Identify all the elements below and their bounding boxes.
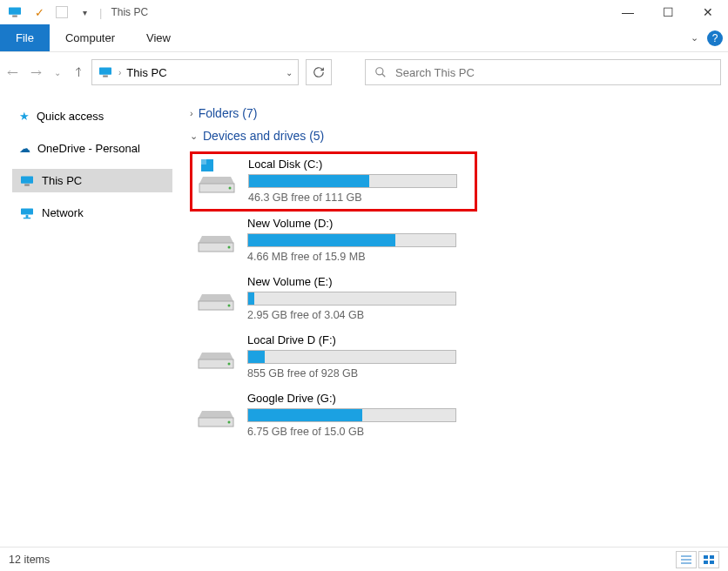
svg-marker-16: [199, 236, 233, 243]
sidebar-item-label: OneDrive - Personal: [37, 142, 140, 155]
drive-capacity-bar: [247, 292, 456, 306]
ribbon-collapse-icon[interactable]: ⌄: [691, 32, 698, 44]
svg-point-27: [228, 421, 231, 424]
back-button[interactable]: 🡐: [7, 66, 18, 79]
status-item-count: 12 items: [9, 554, 50, 566]
drive-name: New Volume (D:): [247, 217, 477, 230]
group-label: Devices and drives (5): [203, 129, 324, 143]
svg-rect-6: [21, 176, 33, 183]
chevron-right-icon: ›: [190, 108, 193, 118]
drive-capacity-bar: [247, 350, 456, 364]
svg-rect-3: [103, 76, 108, 77]
chevron-down-icon: ⌄: [190, 131, 198, 142]
close-button[interactable]: ✕: [688, 0, 728, 24]
svg-point-21: [228, 305, 231, 307]
drive-name: Google Drive (G:): [247, 392, 477, 405]
minimize-button[interactable]: —: [608, 0, 648, 24]
drive-item[interactable]: Local Disk (C:) 46.3 GB free of 111 GB: [190, 151, 477, 212]
drive-item[interactable]: Google Drive (G:) 6.75 GB free of 15.0 G…: [190, 386, 477, 445]
view-details-button[interactable]: [676, 551, 697, 568]
svg-marker-22: [199, 353, 233, 359]
drive-status: 4.66 MB free of 15.9 MB: [247, 251, 477, 263]
sidebar-item-label: This PC: [42, 174, 82, 187]
svg-rect-2: [99, 67, 111, 74]
sidebar-item-label: Quick access: [37, 110, 104, 123]
drive-status: 46.3 GB free of 111 GB: [248, 191, 475, 204]
titlebar: ✓ ▾ | This PC — ☐ ✕: [0, 0, 728, 24]
drive-capacity-bar: [247, 233, 456, 247]
pc-icon: [7, 4, 23, 20]
tab-view[interactable]: View: [131, 24, 186, 51]
qa-dropdown-icon[interactable]: ▾: [77, 4, 92, 20]
address-dropdown-icon[interactable]: ⌄: [286, 68, 293, 77]
group-label: Folders (7): [199, 106, 258, 120]
drive-icon: [195, 275, 237, 313]
refresh-button[interactable]: [306, 59, 332, 85]
search-icon: [374, 66, 387, 78]
qa-blank-icon[interactable]: [56, 6, 68, 18]
sidebar-item-label: Network: [42, 206, 84, 219]
drive-icon: [195, 392, 237, 430]
ribbon-tabs: File Computer View ⌄ ?: [0, 24, 728, 52]
svg-rect-31: [704, 555, 708, 559]
window-title: This PC: [111, 6, 148, 18]
sidebar: ★ Quick access ☁ OneDrive - Personal Thi…: [0, 92, 172, 562]
svg-point-18: [228, 246, 231, 249]
maximize-button[interactable]: ☐: [648, 0, 688, 24]
statusbar: 12 items: [0, 547, 728, 571]
tab-file[interactable]: File: [0, 24, 50, 51]
view-thumbnails-button[interactable]: [698, 551, 719, 568]
drive-icon: [195, 217, 237, 255]
pc-icon: [19, 175, 35, 187]
svg-rect-0: [9, 7, 21, 14]
search-box[interactable]: [365, 59, 721, 85]
address-bar[interactable]: › This PC ⌄: [91, 59, 299, 85]
help-icon[interactable]: ?: [707, 30, 723, 46]
drive-status: 2.95 GB free of 3.04 GB: [247, 309, 477, 321]
recent-dropdown-icon[interactable]: ⌄: [54, 68, 61, 77]
forward-button[interactable]: 🡒: [30, 66, 42, 79]
content-pane: › Folders (7) ⌄ Devices and drives (5) L…: [172, 92, 728, 562]
sidebar-item-this-pc[interactable]: This PC: [12, 169, 172, 192]
svg-rect-8: [21, 208, 33, 214]
cloud-icon: ☁: [19, 142, 30, 155]
svg-point-24: [228, 363, 231, 366]
group-drives[interactable]: ⌄ Devices and drives (5): [190, 129, 728, 143]
sidebar-item-quick-access[interactable]: ★ Quick access: [12, 104, 172, 128]
drive-name: Local Drive D (F:): [247, 333, 477, 346]
chevron-right-icon: ›: [118, 68, 121, 77]
svg-rect-12: [201, 159, 206, 165]
svg-rect-32: [710, 555, 714, 559]
drive-item[interactable]: New Volume (D:) 4.66 MB free of 15.9 MB: [190, 212, 477, 270]
drive-status: 6.75 GB free of 15.0 GB: [247, 426, 477, 438]
drive-icon: [196, 158, 238, 196]
sidebar-item-network[interactable]: Network: [12, 201, 172, 225]
svg-rect-33: [704, 561, 708, 564]
drive-capacity-bar: [248, 174, 457, 188]
network-icon: [19, 207, 35, 219]
svg-line-5: [382, 74, 386, 77]
sidebar-item-onedrive[interactable]: ☁ OneDrive - Personal: [12, 137, 172, 160]
svg-rect-7: [24, 184, 30, 185]
up-button[interactable]: 🡑: [73, 66, 84, 79]
drive-icon: [195, 333, 237, 372]
svg-rect-1: [12, 16, 17, 17]
pc-icon: [98, 66, 113, 78]
svg-point-15: [229, 187, 232, 190]
drive-name: Local Disk (C:): [248, 158, 475, 171]
navbar: 🡐 🡒 ⌄ 🡑 › This PC ⌄: [0, 52, 728, 92]
svg-rect-10: [24, 217, 30, 218]
group-folders[interactable]: › Folders (7): [190, 106, 728, 120]
drive-item[interactable]: New Volume (E:) 2.95 GB free of 3.04 GB: [190, 270, 477, 328]
drive-capacity-bar: [247, 408, 456, 422]
qa-check-icon[interactable]: ✓: [31, 4, 47, 20]
svg-marker-25: [199, 411, 233, 418]
breadcrumb-label[interactable]: This PC: [126, 66, 166, 79]
svg-rect-34: [710, 561, 714, 564]
search-input[interactable]: [395, 66, 711, 79]
drive-item[interactable]: Local Drive D (F:) 855 GB free of 928 GB: [190, 328, 477, 386]
svg-rect-9: [26, 215, 29, 218]
tab-computer[interactable]: Computer: [50, 24, 131, 51]
drive-status: 855 GB free of 928 GB: [247, 367, 477, 380]
svg-point-4: [376, 68, 383, 75]
